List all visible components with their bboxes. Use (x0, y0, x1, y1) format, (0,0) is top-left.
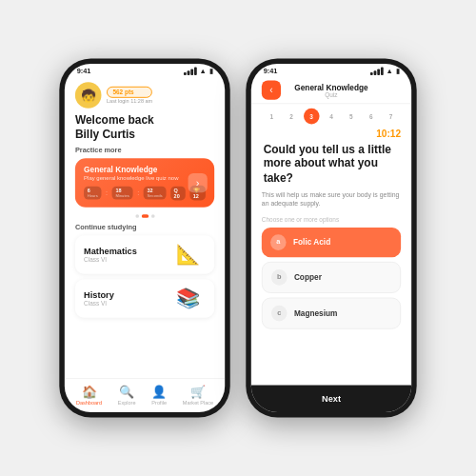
subject-name-math: Mathematics (84, 247, 137, 256)
next-button[interactable]: Next (251, 386, 411, 413)
subject-info-math: Mathematics Class VI (84, 247, 137, 263)
user-info: 562 pts Last login 11:28 am (107, 87, 152, 104)
option-c-letter: c (271, 306, 288, 322)
phone-2-screen: 9:41 ▲ ▮ ‹ General Knowledge (251, 64, 411, 412)
quiz-stat-seconds: 32 Seconds (144, 187, 166, 200)
q-num-3-active[interactable]: 3 (304, 109, 320, 125)
option-b-text: Copper (294, 273, 322, 282)
practice-label: Practice more (75, 147, 214, 154)
subject-class-history: Class VI (84, 300, 114, 306)
dashboard-icon: 🏠 (82, 385, 97, 399)
q-num-6[interactable]: 6 (363, 109, 379, 125)
carousel-dots (75, 214, 214, 218)
marketplace-icon: 🛒 (190, 385, 206, 399)
profile-icon: 👤 (151, 385, 167, 399)
nav-dashboard-label: Dashboard (76, 400, 102, 406)
dot-2-active (141, 214, 148, 218)
status-bar-1: 9:41 ▲ ▮ (65, 64, 225, 77)
avatar: 🧒 (75, 82, 102, 109)
time-2: 9:41 (264, 68, 278, 75)
phone-1-content: 🧒 562 pts Last login 11:28 am Welcome ba… (65, 77, 225, 378)
q-num-1[interactable]: 1 (264, 109, 280, 125)
phone-2-content: Could you tell us a little more about wh… (251, 143, 411, 386)
option-a[interactable]: a Folic Acid (262, 228, 401, 257)
dot-1 (135, 214, 139, 218)
phone-2: 9:41 ▲ ▮ ‹ General Knowledge (246, 58, 416, 417)
subject-info-history: History Class VI (84, 290, 114, 307)
quiz-title-block: General Knowledge Quiz (281, 83, 382, 98)
battery-icon-1: ▮ (209, 68, 213, 75)
battery-icon-2: ▮ (396, 68, 400, 75)
nav-explore-label: Explore (118, 400, 136, 406)
quiz-stat-minutes: 18 Minutes (112, 187, 133, 200)
time-1: 9:41 (77, 68, 91, 75)
continue-label: Continue studying (75, 224, 214, 231)
status-icons-2: ▲ ▮ (370, 68, 399, 75)
explore-icon: 🔍 (119, 385, 134, 399)
option-a-letter: a (270, 234, 287, 250)
nav-marketplace-label: Market Place (183, 400, 213, 406)
option-c-text: Magnesium (294, 308, 338, 317)
subject-class-math: Class VI (84, 256, 137, 262)
phone-1: 9:41 ▲ ▮ 🧒 562 (59, 58, 229, 417)
user-header: 🧒 562 pts Last login 11:28 am (75, 82, 214, 109)
q-num-4[interactable]: 4 (324, 109, 340, 125)
option-b[interactable]: b Copper (262, 262, 401, 293)
quiz-timer: 10:12 (251, 129, 411, 143)
nav-marketplace[interactable]: 🛒 Market Place (183, 385, 213, 406)
nav-profile[interactable]: 👤 Profile (151, 385, 167, 406)
subject-card-math[interactable]: Mathematics Class VI 📐 (75, 235, 214, 273)
status-icons-1: ▲ ▮ (184, 68, 212, 75)
quiz-card[interactable]: General Knowledge Play general knowledge… (75, 158, 214, 208)
q-num-7[interactable]: 7 (383, 109, 399, 125)
nav-profile-label: Profile (151, 400, 167, 406)
back-button[interactable]: ‹ (262, 80, 281, 99)
question-text: Could you tell us a little more about wh… (262, 143, 401, 186)
question-numbers: 1 2 3 4 5 6 7 (251, 104, 411, 129)
phones-container: 9:41 ▲ ▮ 🧒 562 (59, 58, 416, 417)
quiz-card-title: General Knowledge (84, 166, 206, 174)
nav-dashboard[interactable]: 🏠 Dashboard (76, 385, 102, 406)
options-label: Choose one or more options (262, 216, 401, 222)
quiz-title: General Knowledge (281, 83, 382, 91)
option-a-text: Folic Acid (293, 238, 330, 247)
last-login: Last login 11:28 am (107, 99, 152, 105)
quiz-header: ‹ General Knowledge Quiz (251, 77, 411, 105)
subject-name-history: History (84, 290, 114, 300)
welcome-text: Welcome back Billy Curtis (75, 113, 214, 141)
quiz-subtitle: Quiz (281, 91, 382, 97)
q-num-2[interactable]: 2 (284, 109, 300, 125)
quiz-stat-hours: 6 Hours (84, 187, 101, 200)
q-num-5[interactable]: 5 (344, 109, 360, 125)
option-b-letter: b (271, 269, 288, 286)
quiz-arrow-button[interactable]: › (188, 173, 208, 192)
wifi-icon-1: ▲ (200, 68, 207, 75)
nav-explore[interactable]: 🔍 Explore (118, 385, 136, 406)
option-c[interactable]: c Magnesium (262, 297, 401, 328)
dot-3 (150, 214, 154, 218)
history-illustration: 📚 (170, 286, 206, 312)
phone-1-screen: 9:41 ▲ ▮ 🧒 562 (65, 64, 225, 412)
bottom-nav: 🏠 Dashboard 🔍 Explore 👤 Profile 🛒 Market… (65, 378, 225, 412)
math-illustration: 📐 (170, 242, 206, 268)
question-help: This will help us make sure your body is… (262, 190, 401, 208)
wifi-icon-2: ▲ (387, 68, 393, 75)
quiz-stat-questions: Q 20 (170, 186, 185, 200)
status-bar-2: 9:41 ▲ ▮ (251, 64, 411, 77)
points-badge: 562 pts (107, 87, 152, 98)
subject-card-history[interactable]: History Class VI 📚 (75, 279, 214, 317)
